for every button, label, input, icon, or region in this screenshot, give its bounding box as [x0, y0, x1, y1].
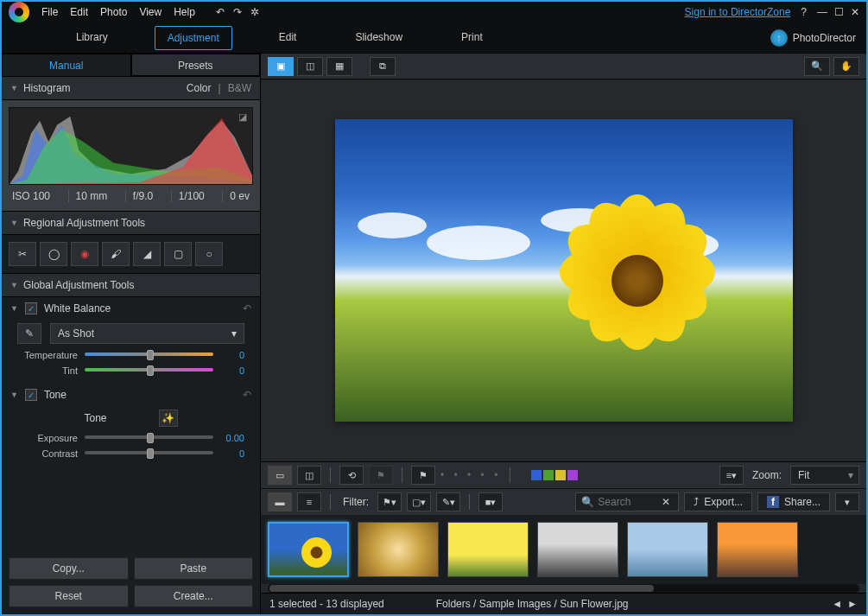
wb-checkbox[interactable]: ✓ [25, 302, 37, 314]
tone-header[interactable]: ▼ ✓ Tone ↶ [2, 384, 260, 406]
view-single-icon[interactable]: ▣ [268, 57, 294, 76]
exposure-value[interactable]: 0.00 [220, 433, 244, 443]
paste-button[interactable]: Paste [134, 557, 254, 580]
tint-slider[interactable] [85, 368, 213, 373]
nav-edit[interactable]: Edit [267, 26, 309, 50]
filter-flag-icon[interactable]: ⚑▾ [377, 492, 402, 511]
contrast-value[interactable]: 0 [220, 448, 244, 459]
nav-print[interactable]: Print [449, 26, 495, 50]
thumbnail[interactable] [717, 522, 798, 577]
gradient-tool[interactable]: ◢ [133, 242, 161, 266]
thumbs-large-icon[interactable]: ▬ [268, 492, 292, 511]
main-photo[interactable] [335, 119, 793, 422]
breadcrumb[interactable]: Folders / Sample Images / Sun Flower.jpg [436, 598, 629, 610]
search-input[interactable] [598, 496, 658, 508]
reset-button[interactable]: Reset [9, 585, 129, 607]
zoom-tool-icon[interactable]: 🔍 [804, 57, 830, 76]
chevron-down-icon: ▼ [10, 281, 18, 289]
nav-library[interactable]: Library [64, 26, 120, 50]
label-green[interactable] [543, 470, 554, 480]
clipping-warning-icon[interactable]: ◪ [238, 111, 247, 123]
brush-tool[interactable]: 🖌 [102, 242, 130, 266]
temperature-slider[interactable] [85, 352, 213, 358]
histogram-bw-toggle[interactable]: B&W [228, 82, 251, 94]
histogram-color-toggle[interactable]: Color [187, 82, 212, 94]
view-side-icon[interactable]: ◫ [297, 57, 323, 76]
brand-text: PhotoDirector [793, 32, 856, 44]
tone-checkbox[interactable]: ✓ [25, 389, 37, 401]
histogram-header[interactable]: ▼ Histogram Color | B&W [2, 76, 260, 100]
help-icon[interactable]: ? [801, 6, 807, 18]
unflag-icon[interactable]: ⚑ [369, 466, 393, 485]
color-labels[interactable] [519, 470, 578, 480]
redo-icon[interactable]: ↷ [233, 6, 242, 18]
prev-arrow-icon[interactable]: ◄ [832, 598, 842, 610]
crop-tool[interactable]: ✂ [9, 242, 36, 266]
exposure-slider[interactable] [85, 435, 213, 441]
search-box[interactable]: 🔍 ✕ [575, 492, 679, 511]
nav-slideshow[interactable]: Slideshow [343, 26, 415, 50]
spot-tool[interactable]: ◯ [40, 242, 67, 266]
tab-manual[interactable]: Manual [2, 54, 131, 76]
share-more-icon[interactable]: ▾ [835, 492, 859, 511]
filter-color-icon[interactable]: ■▾ [478, 492, 503, 511]
view-grid-icon[interactable]: ▦ [326, 57, 352, 76]
view-compare-icon[interactable]: ⧉ [370, 57, 396, 76]
wb-preset-dropdown[interactable]: As Shot ▾ [50, 323, 244, 344]
settings-icon[interactable]: ✲ [250, 6, 259, 18]
share-button[interactable]: f Share... [757, 492, 830, 511]
zoom-dropdown[interactable]: Fit [790, 466, 859, 485]
undo-icon[interactable]: ↶ [243, 389, 251, 401]
temperature-value[interactable]: 0 [220, 350, 244, 360]
filter-edit-icon[interactable]: ✎▾ [436, 492, 460, 511]
mask-circle-tool[interactable]: ○ [195, 242, 223, 266]
thumbnail[interactable] [627, 522, 708, 577]
label-yellow[interactable] [555, 470, 566, 480]
thumbnail[interactable] [358, 522, 439, 577]
redeye-tool[interactable]: ◉ [71, 242, 98, 266]
thumbs-list-icon[interactable]: ≡ [297, 492, 321, 511]
menu-help[interactable]: Help [174, 6, 195, 18]
close-button[interactable]: ✕ [851, 6, 859, 18]
minimize-button[interactable]: — [817, 6, 827, 18]
zoom-label: Zoom: [749, 469, 785, 481]
tint-value[interactable]: 0 [220, 365, 244, 376]
thumbnail[interactable] [537, 522, 618, 577]
rating-stars[interactable]: • • • • • [440, 469, 501, 481]
menu-file[interactable]: File [41, 6, 58, 18]
undo-icon[interactable]: ↶ [243, 302, 251, 314]
thumbnail[interactable] [268, 522, 349, 577]
tab-presets[interactable]: Presets [131, 54, 261, 76]
copy-button[interactable]: Copy... [9, 557, 129, 580]
filter-label-icon[interactable]: ▢▾ [407, 492, 431, 511]
sort-icon[interactable]: ≡▾ [719, 466, 744, 485]
nav-adjustment[interactable]: Adjustment [155, 26, 232, 50]
next-arrow-icon[interactable]: ► [847, 598, 858, 610]
wb-eyedropper[interactable]: ✎ [17, 323, 41, 344]
auto-tone-button[interactable]: ✨ [159, 410, 178, 427]
label-purple[interactable] [567, 470, 578, 480]
label-blue[interactable] [531, 470, 542, 480]
flag-icon[interactable]: ⚑ [411, 466, 435, 485]
contrast-slider[interactable] [85, 451, 213, 456]
thumb-scrollbar[interactable] [268, 584, 859, 593]
wb-header[interactable]: ▼ ✓ White Balance ↶ [2, 297, 260, 320]
layout-single-icon[interactable]: ▭ [268, 466, 292, 485]
undo-icon[interactable]: ↶ [216, 6, 225, 18]
label-red[interactable] [519, 470, 529, 480]
mask-rect-tool[interactable]: ▢ [164, 242, 192, 266]
pan-tool-icon[interactable]: ✋ [833, 57, 859, 76]
maximize-button[interactable]: ☐ [834, 6, 844, 18]
create-button[interactable]: Create... [134, 585, 254, 607]
menu-photo[interactable]: Photo [100, 6, 127, 18]
global-header[interactable]: ▼ Global Adjustment Tools [2, 273, 260, 297]
export-button[interactable]: ⤴ Export... [684, 492, 752, 511]
thumbnail[interactable] [447, 522, 529, 577]
signin-link[interactable]: Sign in to DirectorZone [685, 6, 791, 18]
menu-edit[interactable]: Edit [70, 6, 88, 18]
menu-view[interactable]: View [139, 6, 162, 18]
rotate-icon[interactable]: ⟲ [339, 466, 364, 485]
layout-split-icon[interactable]: ◫ [297, 466, 321, 485]
regional-header[interactable]: ▼ Regional Adjustment Tools [2, 211, 260, 235]
clear-search-icon[interactable]: ✕ [662, 496, 670, 508]
